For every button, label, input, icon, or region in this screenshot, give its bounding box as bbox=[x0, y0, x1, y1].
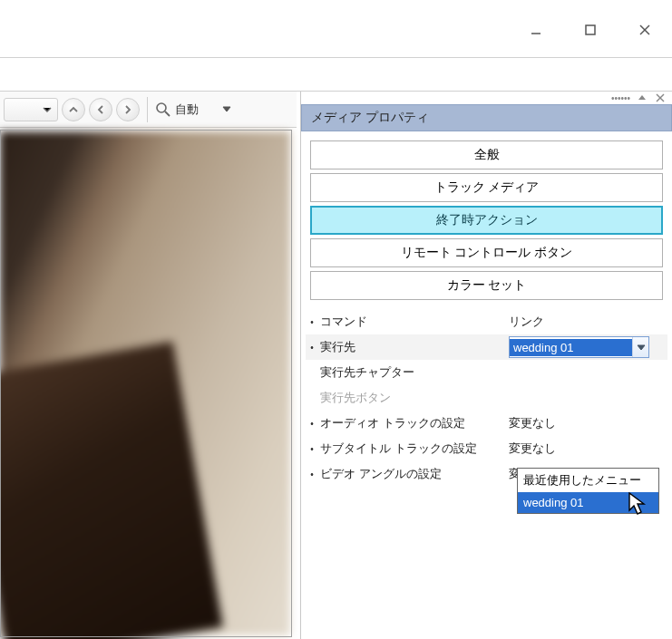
zoom-control[interactable]: 自動 bbox=[155, 102, 231, 118]
destination-combo[interactable]: wedding 01 bbox=[509, 336, 649, 358]
nav-back-button[interactable] bbox=[89, 98, 112, 121]
prop-key: コマンド bbox=[318, 314, 509, 330]
svg-rect-1 bbox=[586, 25, 595, 34]
bullet-icon bbox=[306, 343, 318, 353]
bullet-icon bbox=[306, 419, 318, 429]
chevron-down-icon bbox=[632, 337, 648, 357]
window-minimize-button[interactable] bbox=[509, 16, 563, 44]
magnifier-icon bbox=[155, 102, 171, 118]
window-close-button[interactable] bbox=[618, 16, 672, 44]
prop-key: 実行先 bbox=[318, 339, 509, 355]
prop-key: サブタイトル トラックの設定 bbox=[318, 441, 509, 457]
preview-pane: 自動 bbox=[0, 92, 297, 639]
tab-track-media[interactable]: トラック メディア bbox=[310, 173, 663, 202]
row-audio-track[interactable]: オーディオ トラックの設定 変更なし bbox=[306, 411, 667, 436]
prop-key: ビデオ アングルの設定 bbox=[318, 466, 509, 482]
dropdown-option-recent-menu[interactable]: 最近使用したメニュー bbox=[518, 469, 658, 492]
svg-marker-10 bbox=[638, 345, 645, 350]
row-destination-button: 実行先ボタン bbox=[306, 385, 667, 411]
zoom-label: 自動 bbox=[175, 102, 199, 118]
toolbar-separator bbox=[147, 97, 148, 122]
panel-title-text: メディア プロパティ bbox=[311, 110, 429, 126]
panel-title: メディア プロパティ bbox=[301, 104, 672, 131]
panel-tabstack: 全般 トラック メディア 終了時アクション リモート コントロール ボタン カラ… bbox=[310, 140, 663, 300]
panel-dock-handle[interactable]: •••••• bbox=[301, 92, 672, 104]
destination-dropdown-list[interactable]: 最近使用したメニュー wedding 01 bbox=[517, 468, 659, 514]
row-destination[interactable]: 実行先 wedding 01 bbox=[306, 334, 667, 360]
dropdown-option-wedding-01[interactable]: wedding 01 bbox=[518, 492, 658, 513]
row-destination-chapter[interactable]: 実行先チャプター bbox=[306, 360, 667, 385]
combo-selected-value: wedding 01 bbox=[510, 339, 632, 356]
row-subtitle-track[interactable]: サブタイトル トラックの設定 変更なし bbox=[306, 436, 667, 461]
nav-up-button[interactable] bbox=[62, 98, 85, 121]
prop-value: 変更なし bbox=[509, 415, 667, 431]
panel-grip-icon: •••••• bbox=[611, 93, 630, 103]
tab-remote-buttons[interactable]: リモート コントロール ボタン bbox=[310, 238, 663, 267]
bullet-icon bbox=[306, 444, 318, 454]
nav-forward-button[interactable] bbox=[116, 98, 140, 121]
preview-image bbox=[0, 131, 290, 635]
svg-marker-7 bbox=[638, 95, 646, 100]
prop-key: 実行先ボタン bbox=[318, 390, 509, 406]
svg-line-5 bbox=[165, 111, 170, 116]
window-titlebar bbox=[0, 0, 672, 57]
bullet-icon bbox=[306, 317, 318, 327]
panel-close-button[interactable] bbox=[654, 92, 667, 104]
prop-key: 実行先チャプター bbox=[318, 364, 509, 381]
tab-general[interactable]: 全般 bbox=[310, 140, 663, 169]
panel-collapse-button[interactable] bbox=[636, 92, 648, 104]
prop-value: リンク bbox=[509, 314, 667, 330]
preview-toolbar: 自動 bbox=[0, 92, 297, 128]
property-grid: コマンド リンク 実行先 wedding 01 実行先チャプター bbox=[306, 309, 667, 487]
tab-color-set[interactable]: カラー セット bbox=[310, 271, 663, 300]
tab-end-action[interactable]: 終了時アクション bbox=[310, 206, 663, 235]
svg-marker-6 bbox=[223, 107, 230, 111]
zoom-caret-icon bbox=[222, 102, 231, 116]
row-command[interactable]: コマンド リンク bbox=[306, 309, 667, 334]
preview-dropdown[interactable] bbox=[4, 98, 58, 121]
bullet-icon bbox=[306, 470, 318, 479]
prop-key: オーディオ トラックの設定 bbox=[318, 415, 509, 431]
window-maximize-button[interactable] bbox=[563, 16, 618, 44]
workspace: 自動 •••••• メディア プロパティ 全般 トラック メディア bbox=[0, 92, 672, 639]
media-properties-panel: •••••• メディア プロパティ 全般 トラック メディア 終了時アクション … bbox=[300, 92, 672, 639]
menu-bar-strip bbox=[0, 57, 672, 92]
svg-point-4 bbox=[157, 103, 166, 112]
prop-value: 変更なし bbox=[509, 441, 667, 457]
